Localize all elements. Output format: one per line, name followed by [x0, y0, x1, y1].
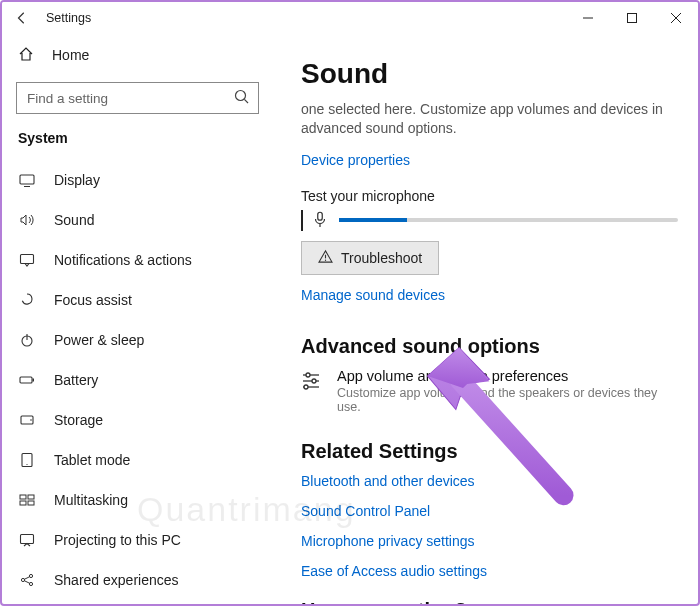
svg-point-14	[30, 419, 32, 421]
sidebar-item-label: Power & sleep	[54, 332, 144, 348]
window-title: Settings	[36, 11, 91, 25]
related-settings-heading: Related Settings	[301, 440, 678, 463]
search-box	[16, 82, 259, 114]
app-volume-title: App volume and device preferences	[337, 368, 678, 384]
sidebar-item-label: Storage	[54, 412, 103, 428]
window-controls	[566, 2, 698, 34]
tablet-icon	[18, 451, 36, 469]
sidebar-item-home[interactable]: Home	[2, 38, 273, 72]
sidebar-section-label: System	[2, 126, 273, 160]
svg-rect-11	[20, 377, 32, 383]
home-icon	[18, 46, 34, 65]
back-button[interactable]	[8, 4, 36, 32]
sidebar-item-storage[interactable]: Storage	[2, 400, 273, 440]
search-input[interactable]	[16, 82, 259, 114]
sidebar-item-notifications[interactable]: Notifications & actions	[2, 240, 273, 280]
shared-icon	[18, 571, 36, 589]
sidebar-item-label: Shared experiences	[54, 572, 179, 588]
microphone-level-bar	[339, 218, 678, 222]
troubleshoot-label: Troubleshoot	[341, 250, 422, 266]
microphone-icon	[311, 210, 329, 231]
svg-point-16	[26, 464, 27, 465]
sidebar-item-tablet-mode[interactable]: Tablet mode	[2, 440, 273, 480]
main-content: Sound one selected here. Customize app v…	[273, 34, 698, 604]
sidebar-item-sound[interactable]: Sound	[2, 200, 273, 240]
page-title: Sound	[301, 58, 678, 90]
svg-rect-6	[20, 175, 34, 184]
close-button[interactable]	[654, 2, 698, 34]
maximize-button[interactable]	[610, 2, 654, 34]
sidebar-item-label: Projecting to this PC	[54, 532, 181, 548]
sidebar-item-power-sleep[interactable]: Power & sleep	[2, 320, 273, 360]
sidebar-item-label: Display	[54, 172, 100, 188]
sidebar-item-label: Tablet mode	[54, 452, 130, 468]
sliders-icon	[301, 368, 323, 393]
battery-icon	[18, 371, 36, 389]
title-bar: Settings	[2, 2, 698, 34]
device-properties-link[interactable]: Device properties	[301, 152, 410, 168]
sidebar: Home System Display Sound Notifications …	[2, 34, 273, 604]
storage-icon	[18, 411, 36, 429]
sidebar-item-multitasking[interactable]: Multitasking	[2, 480, 273, 520]
advanced-sound-heading: Advanced sound options	[301, 335, 678, 358]
power-icon	[18, 331, 36, 349]
sidebar-item-label: Focus assist	[54, 292, 132, 308]
section-description: one selected here. Customize app volumes…	[301, 100, 678, 138]
svg-rect-1	[628, 14, 637, 23]
related-settings-links: Bluetooth and other devices Sound Contro…	[301, 473, 678, 579]
microphone-level-row	[301, 210, 678, 231]
sound-icon	[18, 211, 36, 229]
sidebar-item-focus-assist[interactable]: Focus assist	[2, 280, 273, 320]
have-a-question-heading: Have a question?	[301, 599, 678, 604]
display-icon	[18, 171, 36, 189]
svg-rect-18	[28, 495, 34, 499]
svg-rect-8	[21, 255, 34, 264]
svg-rect-21	[21, 535, 34, 544]
sidebar-item-label: Battery	[54, 372, 98, 388]
sidebar-item-display[interactable]: Display	[2, 160, 273, 200]
svg-point-33	[312, 379, 316, 383]
svg-point-31	[306, 373, 310, 377]
svg-rect-20	[28, 501, 34, 505]
svg-rect-12	[33, 379, 35, 382]
sound-control-panel-link[interactable]: Sound Control Panel	[301, 503, 678, 519]
sidebar-nav: Display Sound Notifications & actions Fo…	[2, 160, 273, 604]
app-volume-preferences-row[interactable]: App volume and device preferences Custom…	[301, 368, 678, 414]
sidebar-item-label: Multitasking	[54, 492, 128, 508]
sidebar-item-projecting[interactable]: Projecting to this PC	[2, 520, 273, 560]
troubleshoot-button[interactable]: Troubleshoot	[301, 241, 439, 275]
app-volume-subtitle: Customize app volumes and the speakers o…	[337, 386, 678, 414]
svg-point-29	[325, 259, 326, 260]
svg-line-25	[24, 577, 29, 580]
sidebar-item-shared-experiences[interactable]: Shared experiences	[2, 560, 273, 600]
test-microphone-label: Test your microphone	[301, 188, 678, 204]
svg-rect-19	[20, 501, 26, 505]
svg-point-4	[236, 91, 246, 101]
multitasking-icon	[18, 491, 36, 509]
ease-of-access-audio-link[interactable]: Ease of Access audio settings	[301, 563, 678, 579]
sidebar-item-label: Notifications & actions	[54, 252, 192, 268]
svg-line-5	[244, 99, 248, 103]
minimize-button[interactable]	[566, 2, 610, 34]
bluetooth-devices-link[interactable]: Bluetooth and other devices	[301, 473, 678, 489]
manage-sound-devices-link[interactable]: Manage sound devices	[301, 287, 445, 303]
sidebar-item-battery[interactable]: Battery	[2, 360, 273, 400]
warning-icon	[318, 249, 333, 267]
svg-rect-17	[20, 495, 26, 499]
projecting-icon	[18, 531, 36, 549]
svg-line-26	[24, 581, 29, 584]
search-icon	[233, 88, 251, 109]
sidebar-item-label: Sound	[54, 212, 94, 228]
svg-point-35	[304, 385, 308, 389]
microphone-privacy-link[interactable]: Microphone privacy settings	[301, 533, 678, 549]
notifications-icon	[18, 251, 36, 269]
sidebar-item-label: Home	[52, 47, 89, 63]
svg-rect-27	[318, 212, 323, 220]
focus-assist-icon	[18, 291, 36, 309]
